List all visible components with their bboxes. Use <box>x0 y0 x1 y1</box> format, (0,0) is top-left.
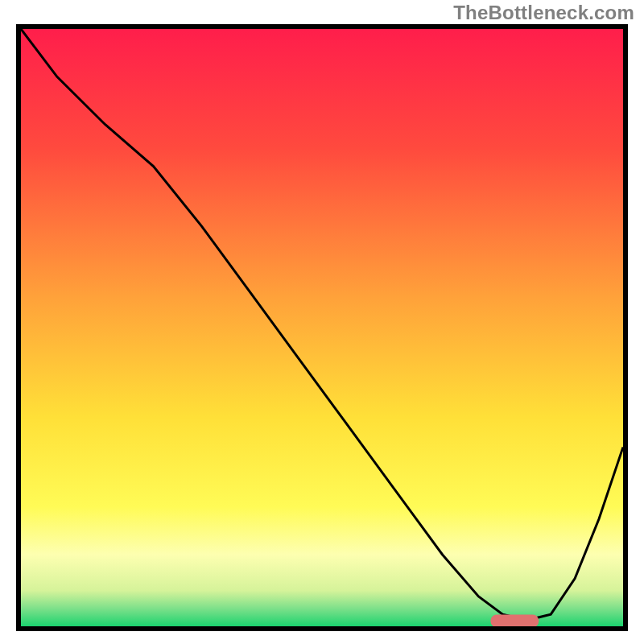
optimal-range-marker <box>490 615 539 626</box>
plot-svg <box>21 29 623 626</box>
gradient-background <box>21 29 623 626</box>
chart-container: TheBottleneck.com <box>0 0 644 644</box>
watermark-text: TheBottleneck.com <box>453 2 634 24</box>
